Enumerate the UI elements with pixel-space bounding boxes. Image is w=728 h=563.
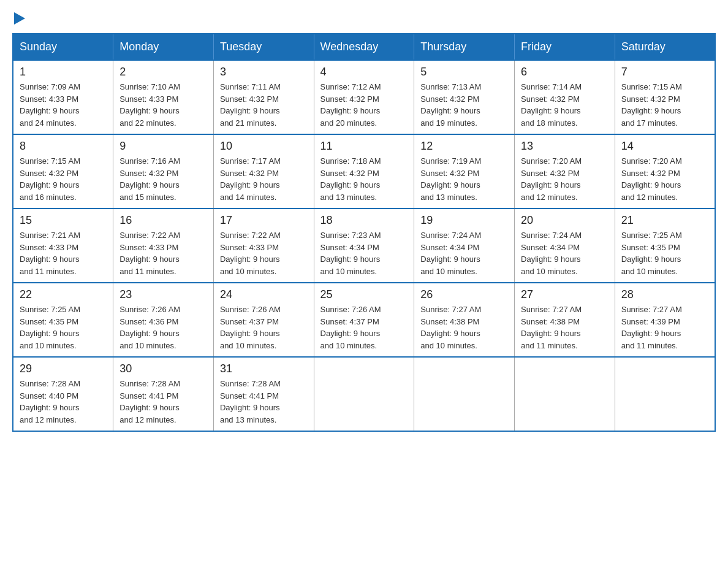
day-info: Sunrise: 7:16 AM Sunset: 4:32 PM Dayligh… (119, 155, 207, 203)
daylight-minutes-text: and 10 minutes. (119, 341, 176, 350)
sunset-text: Sunset: 4:33 PM (119, 94, 178, 104)
weekday-header-wednesday: Wednesday (314, 34, 414, 60)
sunset-text: Sunset: 4:36 PM (119, 317, 178, 326)
sunrise-text: Sunrise: 7:22 AM (220, 231, 281, 240)
daylight-minutes-text: and 12 minutes. (521, 193, 578, 202)
day-info: Sunrise: 7:20 AM Sunset: 4:32 PM Dayligh… (621, 155, 708, 203)
sunrise-text: Sunrise: 7:28 AM (119, 379, 180, 388)
weekday-header-sunday: Sunday (13, 34, 113, 60)
sunset-text: Sunset: 4:32 PM (621, 94, 680, 104)
day-cell: 16 Sunrise: 7:22 AM Sunset: 4:33 PM Dayl… (113, 209, 214, 283)
day-cell: 24 Sunrise: 7:26 AM Sunset: 4:37 PM Dayl… (213, 283, 314, 357)
day-number: 2 (119, 66, 207, 79)
daylight-text: Daylight: 9 hours (20, 255, 80, 264)
daylight-text: Daylight: 9 hours (420, 255, 480, 264)
daylight-minutes-text: and 14 minutes. (220, 193, 277, 202)
day-number: 31 (220, 362, 308, 375)
day-number: 18 (320, 214, 408, 227)
day-cell: 13 Sunrise: 7:20 AM Sunset: 4:32 PM Dayl… (515, 134, 615, 209)
daylight-text: Daylight: 9 hours (420, 106, 480, 115)
daylight-minutes-text: and 17 minutes. (621, 118, 678, 128)
sunrise-text: Sunrise: 7:25 AM (621, 231, 682, 240)
sunset-text: Sunset: 4:32 PM (420, 169, 479, 178)
day-info: Sunrise: 7:13 AM Sunset: 4:32 PM Dayligh… (420, 81, 508, 129)
day-cell: 15 Sunrise: 7:21 AM Sunset: 4:33 PM Dayl… (13, 209, 113, 283)
sunrise-text: Sunrise: 7:15 AM (20, 156, 80, 166)
day-cell: 31 Sunrise: 7:28 AM Sunset: 4:41 PM Dayl… (213, 357, 314, 431)
sunrise-text: Sunrise: 7:27 AM (521, 305, 582, 314)
daylight-minutes-text: and 11 minutes. (621, 341, 678, 350)
sunrise-text: Sunrise: 7:10 AM (119, 82, 180, 91)
sunrise-text: Sunrise: 7:09 AM (20, 82, 80, 91)
daylight-minutes-text: and 12 minutes. (621, 193, 678, 202)
sunset-text: Sunset: 4:34 PM (320, 243, 379, 252)
daylight-text: Daylight: 9 hours (521, 106, 581, 115)
calendar-table: SundayMondayTuesdayWednesdayThursdayFrid… (12, 33, 716, 432)
sunrise-text: Sunrise: 7:20 AM (521, 156, 582, 166)
day-info: Sunrise: 7:12 AM Sunset: 4:32 PM Dayligh… (320, 81, 408, 129)
sunset-text: Sunset: 4:32 PM (420, 94, 479, 104)
day-cell: 8 Sunrise: 7:15 AM Sunset: 4:32 PM Dayli… (13, 134, 113, 209)
daylight-text: Daylight: 9 hours (521, 329, 581, 338)
day-cell: 4 Sunrise: 7:12 AM Sunset: 4:32 PM Dayli… (314, 60, 414, 134)
day-cell: 5 Sunrise: 7:13 AM Sunset: 4:32 PM Dayli… (414, 60, 515, 134)
daylight-minutes-text: and 11 minutes. (119, 267, 176, 276)
sunset-text: Sunset: 4:34 PM (420, 243, 479, 252)
day-number: 11 (320, 140, 408, 153)
sunrise-text: Sunrise: 7:11 AM (220, 82, 281, 91)
day-cell: 29 Sunrise: 7:28 AM Sunset: 4:40 PM Dayl… (13, 357, 113, 431)
sunset-text: Sunset: 4:37 PM (320, 317, 379, 326)
daylight-minutes-text: and 24 minutes. (20, 118, 77, 128)
day-info: Sunrise: 7:25 AM Sunset: 4:35 PM Dayligh… (621, 229, 708, 277)
day-info: Sunrise: 7:26 AM Sunset: 4:36 PM Dayligh… (119, 304, 207, 351)
daylight-text: Daylight: 9 hours (320, 255, 381, 264)
day-number: 5 (420, 66, 508, 79)
sunrise-text: Sunrise: 7:15 AM (621, 82, 682, 91)
day-number: 13 (521, 140, 609, 153)
day-number: 24 (220, 288, 308, 301)
daylight-minutes-text: and 19 minutes. (420, 118, 477, 128)
sunset-text: Sunset: 4:41 PM (119, 391, 178, 400)
day-info: Sunrise: 7:25 AM Sunset: 4:35 PM Dayligh… (20, 304, 107, 351)
daylight-minutes-text: and 10 minutes. (220, 267, 277, 276)
day-cell: 2 Sunrise: 7:10 AM Sunset: 4:33 PM Dayli… (113, 60, 214, 134)
day-info: Sunrise: 7:27 AM Sunset: 4:38 PM Dayligh… (420, 304, 508, 351)
day-cell: 22 Sunrise: 7:25 AM Sunset: 4:35 PM Dayl… (13, 283, 113, 357)
daylight-text: Daylight: 9 hours (220, 403, 280, 412)
day-info: Sunrise: 7:11 AM Sunset: 4:32 PM Dayligh… (220, 81, 308, 129)
sunset-text: Sunset: 4:41 PM (220, 391, 279, 400)
sunset-text: Sunset: 4:35 PM (20, 317, 78, 326)
daylight-minutes-text: and 16 minutes. (20, 193, 77, 202)
sunset-text: Sunset: 4:39 PM (621, 317, 680, 326)
daylight-minutes-text: and 10 minutes. (20, 341, 77, 350)
sunset-text: Sunset: 4:38 PM (420, 317, 479, 326)
daylight-minutes-text: and 11 minutes. (20, 267, 77, 276)
day-cell: 21 Sunrise: 7:25 AM Sunset: 4:35 PM Dayl… (615, 209, 715, 283)
day-cell: 20 Sunrise: 7:24 AM Sunset: 4:34 PM Dayl… (515, 209, 615, 283)
day-cell: 10 Sunrise: 7:17 AM Sunset: 4:32 PM Dayl… (213, 134, 314, 209)
daylight-minutes-text: and 12 minutes. (119, 415, 176, 424)
daylight-text: Daylight: 9 hours (420, 180, 480, 190)
daylight-text: Daylight: 9 hours (220, 106, 280, 115)
day-number: 7 (621, 66, 708, 79)
day-info: Sunrise: 7:15 AM Sunset: 4:32 PM Dayligh… (20, 155, 107, 203)
sunrise-text: Sunrise: 7:25 AM (20, 305, 80, 314)
sunset-text: Sunset: 4:32 PM (320, 169, 379, 178)
daylight-minutes-text: and 13 minutes. (220, 415, 277, 424)
weekday-header-row: SundayMondayTuesdayWednesdayThursdayFrid… (13, 34, 715, 60)
daylight-minutes-text: and 10 minutes. (320, 341, 377, 350)
sunset-text: Sunset: 4:34 PM (521, 243, 580, 252)
day-cell: 23 Sunrise: 7:26 AM Sunset: 4:36 PM Dayl… (113, 283, 214, 357)
sunrise-text: Sunrise: 7:17 AM (220, 156, 281, 166)
sunset-text: Sunset: 4:40 PM (20, 391, 78, 400)
daylight-minutes-text: and 11 minutes. (521, 341, 578, 350)
day-cell: 18 Sunrise: 7:23 AM Sunset: 4:34 PM Dayl… (314, 209, 414, 283)
sunset-text: Sunset: 4:37 PM (220, 317, 279, 326)
sunset-text: Sunset: 4:32 PM (220, 94, 279, 104)
day-cell: 25 Sunrise: 7:26 AM Sunset: 4:37 PM Dayl… (314, 283, 414, 357)
daylight-text: Daylight: 9 hours (119, 106, 180, 115)
day-info: Sunrise: 7:23 AM Sunset: 4:34 PM Dayligh… (320, 229, 408, 277)
day-cell: 12 Sunrise: 7:19 AM Sunset: 4:32 PM Dayl… (414, 134, 515, 209)
day-info: Sunrise: 7:28 AM Sunset: 4:41 PM Dayligh… (220, 378, 308, 426)
sunset-text: Sunset: 4:32 PM (220, 169, 279, 178)
